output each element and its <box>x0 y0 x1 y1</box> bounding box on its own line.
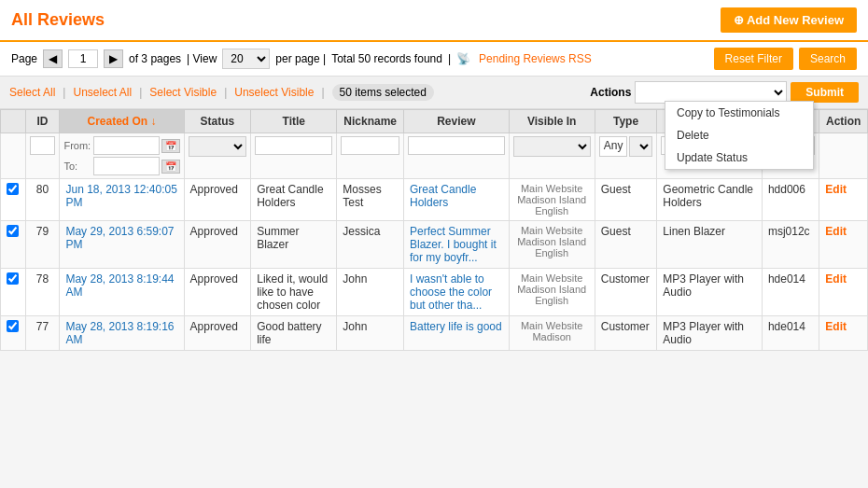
row-checkbox-cell <box>1 269 26 316</box>
row-title: Good battery life <box>251 316 337 351</box>
row-checkbox[interactable] <box>7 183 19 195</box>
calendar-from-icon[interactable]: 📅 <box>161 139 180 153</box>
row-created-link[interactable]: May 29, 2013 6:59:07 PM <box>65 225 174 251</box>
col-header-review: Review <box>404 110 510 133</box>
row-created: May 29, 2013 6:59:07 PM <box>60 221 184 269</box>
row-review: Battery life is good <box>404 316 510 351</box>
row-nickname: John <box>337 269 404 316</box>
row-action: Edit <box>819 179 868 221</box>
filter-type-select[interactable]: ▼ <box>629 136 652 157</box>
row-visible-in: Main WebsiteMadison IslandEnglish <box>509 179 595 221</box>
col-header-created[interactable]: Created On ↓ <box>60 110 184 133</box>
row-sku: msj012c <box>762 221 819 269</box>
row-action: Edit <box>819 316 868 351</box>
add-new-button[interactable]: Add New Review <box>721 7 857 33</box>
row-created-link[interactable]: May 28, 2013 8:19:16 AM <box>65 320 174 346</box>
reset-filter-button[interactable]: Reset Filter <box>714 48 793 70</box>
filter-date-to[interactable] <box>93 157 159 175</box>
per-page-select[interactable]: 20 50 100 <box>222 49 270 69</box>
per-page-label: per page | <box>275 52 326 65</box>
row-id: 79 <box>25 221 60 269</box>
row-checkbox[interactable] <box>7 225 19 237</box>
row-edit-link[interactable]: Edit <box>825 225 847 238</box>
row-checkbox-cell <box>1 179 26 221</box>
page-title: All Reviews <box>11 10 105 30</box>
dropdown-update-status[interactable]: Update Status <box>665 146 813 169</box>
row-nickname: Jessica <box>337 221 404 269</box>
col-header-checkbox <box>1 110 26 133</box>
actions-label: Actions <box>590 86 631 99</box>
rss-link[interactable]: Pending Reviews RSS <box>479 52 592 65</box>
row-action: Edit <box>819 221 868 269</box>
select-all-link[interactable]: Select All <box>9 86 55 99</box>
filter-title-cell <box>251 133 337 179</box>
filter-nickname-cell <box>337 133 404 179</box>
row-edit-link[interactable]: Edit <box>825 320 847 333</box>
submit-button[interactable]: Submit <box>791 82 859 103</box>
select-visible-link[interactable]: Select Visible <box>149 86 217 99</box>
row-title: Liked it, would like to have chosen colo… <box>251 269 337 316</box>
to-label: To: <box>63 160 91 172</box>
row-checkbox[interactable] <box>7 272 19 285</box>
row-type: Customer <box>595 316 657 351</box>
col-header-type: Type <box>595 110 657 133</box>
any-label: Any <box>599 136 628 157</box>
row-id: 80 <box>25 179 60 221</box>
dropdown-delete[interactable]: Delete <box>665 124 813 146</box>
table-row: 79 May 29, 2013 6:59:07 PM Approved Summ… <box>1 221 868 269</box>
row-created-link[interactable]: May 28, 2013 8:19:44 AM <box>65 272 174 299</box>
next-page-button[interactable]: ▶ <box>104 49 123 68</box>
row-edit-link[interactable]: Edit <box>825 272 847 286</box>
table-row: 77 May 28, 2013 8:19:16 AM Approved Good… <box>1 316 868 351</box>
row-id: 77 <box>25 316 60 351</box>
row-visible-in: Main WebsiteMadison <box>509 316 595 351</box>
row-checkbox[interactable] <box>7 320 19 332</box>
filter-id-input[interactable] <box>30 136 56 155</box>
dropdown-copy-testimonials[interactable]: Copy to Testimonials <box>665 102 813 124</box>
row-product: MP3 Player with Audio <box>657 316 763 351</box>
filter-status-cell: Approved Pending Not Approved <box>184 133 251 179</box>
row-sku: hde014 <box>762 316 819 351</box>
row-product: Linen Blazer <box>657 221 763 269</box>
row-review: I wasn't able to choose the color but ot… <box>404 269 510 316</box>
filter-date-from[interactable] <box>93 136 159 155</box>
col-header-action: Action <box>819 110 868 133</box>
row-status: Approved <box>184 179 251 221</box>
search-button[interactable]: Search <box>799 48 857 70</box>
row-status: Approved <box>184 316 251 351</box>
prev-page-button[interactable]: ◀ <box>43 49 63 68</box>
filter-id-cell <box>25 133 60 179</box>
col-header-nickname: Nickname <box>337 110 404 133</box>
row-status: Approved <box>184 269 251 316</box>
table-row: 80 Jun 18, 2013 12:40:05 PM Approved Gre… <box>1 179 868 221</box>
row-nickname: Mosses Test <box>337 179 404 221</box>
page-input[interactable]: 1 <box>68 49 98 68</box>
row-review: Great Candle Holders <box>404 179 510 221</box>
filter-action-cell <box>819 133 868 179</box>
filter-created-cell: From: 📅 To: 📅 <box>60 133 184 179</box>
col-header-status: Status <box>184 110 251 133</box>
row-action: Edit <box>819 269 868 316</box>
row-type: Guest <box>595 221 657 269</box>
calendar-to-icon[interactable]: 📅 <box>161 160 180 174</box>
row-review: Perfect Summer Blazer. I bought it for m… <box>404 221 510 269</box>
filter-nickname-input[interactable] <box>341 136 399 155</box>
pipe-sep: | <box>448 52 451 65</box>
row-type: Customer <box>595 269 657 316</box>
filter-title-input[interactable] <box>255 136 332 155</box>
view-label: | View <box>187 52 217 65</box>
unselect-visible-link[interactable]: Unselect Visible <box>234 86 314 99</box>
row-product: Geometric Candle Holders <box>657 179 763 221</box>
filter-review-input[interactable] <box>408 136 505 155</box>
filter-visible-select[interactable] <box>513 136 591 157</box>
col-header-id: ID <box>25 110 60 133</box>
row-title: Summer Blazer <box>251 221 337 269</box>
unselect-all-link[interactable]: Unselect All <box>73 86 132 99</box>
page-label: Page <box>11 52 37 65</box>
row-edit-link[interactable]: Edit <box>825 183 847 196</box>
row-checkbox-cell <box>1 316 26 351</box>
filter-visible-cell <box>509 133 595 179</box>
row-created-link[interactable]: Jun 18, 2013 12:40:05 PM <box>65 183 176 209</box>
filter-status-select[interactable]: Approved Pending Not Approved <box>189 136 247 157</box>
col-header-title: Title <box>251 110 337 133</box>
